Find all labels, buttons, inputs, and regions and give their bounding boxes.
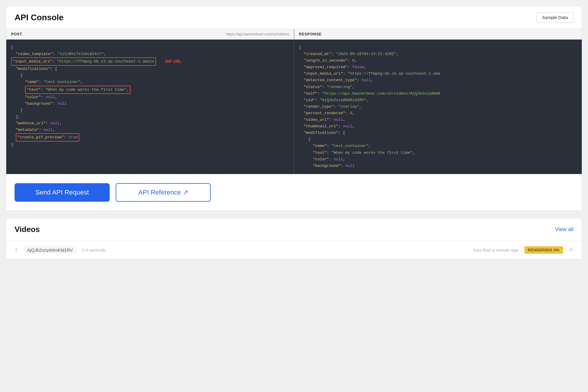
http-method-label: POST [11, 32, 22, 36]
api-url: https://api.bannerbear.com/v2/videos [226, 32, 289, 36]
request-label-row: POST https://api.bannerbear.com/v2/video… [6, 29, 294, 40]
actions-row: Send API Request API Reference ↗ [6, 174, 582, 211]
request-code-block: { "video_template": "1l5JNVz7VJvbLWiXn7"… [6, 40, 294, 159]
status-badge: RENDERING 0% [524, 246, 563, 254]
response-code-block: { "created_at": "2023-09-18T04:13:22.420… [294, 40, 582, 174]
videos-card: Videos View all ⇧ AjQJb2ozyA0mKld1RV 0.0… [6, 218, 582, 260]
page-title: API Console [15, 13, 64, 22]
card-header: API Console Sample Data [6, 6, 582, 29]
response-label: RESPONSE [299, 32, 322, 36]
api-reference-button[interactable]: API Reference ↗ [116, 183, 211, 202]
request-panel: POST https://api.bannerbear.com/v2/video… [6, 29, 294, 174]
send-api-request-button[interactable]: Send API Request [15, 183, 110, 202]
response-panel: RESPONSE { "created_at": "2023-09-18T04:… [294, 29, 582, 174]
response-label-row: RESPONSE [294, 29, 582, 40]
video-duration: 0.0 seconds [82, 247, 106, 253]
view-all-link[interactable]: View all [555, 226, 573, 233]
gif-url-label: GIF URL [165, 58, 182, 65]
spinner-icon: ⟳ [569, 247, 573, 253]
api-panel: POST https://api.bannerbear.com/v2/video… [6, 29, 582, 174]
api-console-card: API Console Sample Data POST https://api… [6, 6, 582, 211]
video-time: less than a minute ago [474, 247, 518, 253]
videos-title: Videos [15, 225, 40, 234]
sample-data-button[interactable]: Sample Data [536, 12, 573, 23]
videos-header: Videos View all [6, 218, 582, 241]
table-row: ⇧ AjQJb2ozyA0mKld1RV 0.0 seconds less th… [6, 241, 582, 259]
video-uid: AjQJb2ozyA0mKld1RV [24, 246, 76, 254]
chevron-up-icon[interactable]: ⇧ [15, 247, 18, 252]
